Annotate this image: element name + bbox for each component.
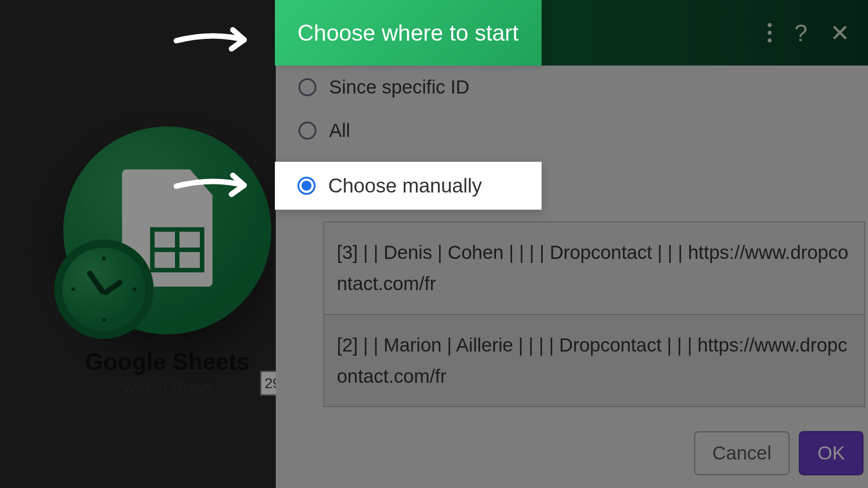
close-icon[interactable]: ✕: [830, 19, 850, 47]
annotation-arrow-icon: [172, 23, 258, 54]
radio-label: All: [329, 120, 350, 141]
radio-option-all[interactable]: All: [276, 109, 868, 152]
ok-button[interactable]: OK: [799, 431, 863, 475]
data-row[interactable]: [2] | | Marion | Aillerie | | | | Dropco…: [323, 315, 865, 408]
module-circle: [63, 127, 271, 334]
cancel-button[interactable]: Cancel: [694, 431, 790, 475]
dialog-footer: Cancel OK: [694, 431, 863, 475]
radio-label: Since specific ID: [329, 76, 469, 98]
dialog-title: Choose where to start: [297, 20, 519, 46]
radio-option-since-id[interactable]: Since specific ID: [276, 66, 868, 109]
help-icon[interactable]: ?: [794, 19, 807, 47]
dialog-title-tab: Choose where to start: [275, 0, 542, 66]
clock-badge: [54, 239, 154, 339]
module-title: Google Sheets: [54, 348, 280, 375]
radio-option-manual[interactable]: Choose manually: [275, 162, 542, 210]
radio-icon-selected: [297, 177, 316, 195]
radio-label: Choose manually: [328, 174, 482, 197]
radio-icon: [298, 122, 316, 140]
module-subtitle: Watch Rows: [54, 379, 280, 398]
radio-icon: [298, 78, 316, 96]
kebab-menu-icon[interactable]: [768, 23, 772, 42]
data-row[interactable]: [3] | | Denis | Cohen | | | | Dropcontac…: [323, 221, 865, 315]
manual-row-list: [3] | | Denis | Cohen | | | | Dropcontac…: [323, 221, 865, 407]
module-card: Google Sheets Watch Rows: [54, 127, 280, 398]
